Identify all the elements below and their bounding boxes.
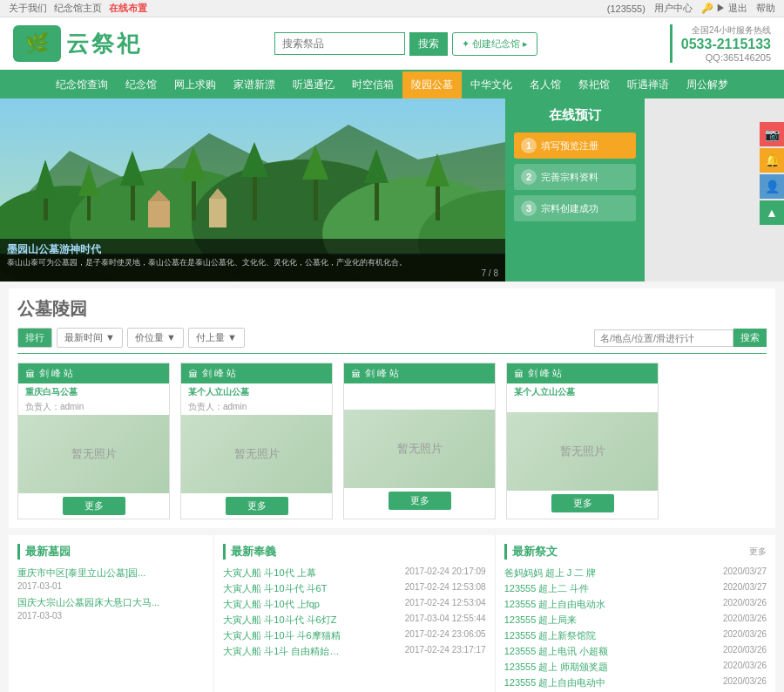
- user-center-link[interactable]: 用户中心: [654, 2, 693, 15]
- filter-bar: 排行 最新时间 ▼ 价位量 ▼ 付上量 ▼ 搜索: [17, 328, 767, 348]
- col-tribute-more[interactable]: 更多: [749, 546, 767, 558]
- offerings-item-1: 大寅人船 斗10斗代 斗6T 2017-02-24 12:53:08: [223, 582, 485, 595]
- logo-icon: 🌿: [13, 25, 61, 62]
- nav-item-3[interactable]: 家谱新漂: [225, 71, 284, 98]
- sidebar-btn-bell[interactable]: 🔔: [760, 148, 784, 173]
- offering-date-0: 2017-02-24 20:17:09: [405, 566, 486, 580]
- nav-item-5[interactable]: 时空信箱: [343, 71, 402, 98]
- tribute-link-7[interactable]: 123555 超上自由电动中: [504, 676, 626, 689]
- tribute-link-1[interactable]: 123555 超上二 斗件: [504, 582, 626, 595]
- tribute-date-1: 2020/03/27: [723, 582, 767, 595]
- step-num-1: 1: [521, 138, 537, 153]
- booking-step-1[interactable]: 1 填写预览注册: [514, 132, 636, 159]
- offering-link-1[interactable]: 大寅人船 斗10斗代 斗6T: [223, 582, 345, 595]
- filter-search-input[interactable]: [594, 329, 733, 347]
- nav-item-1[interactable]: 纪念馆: [117, 71, 166, 98]
- card-more-btn-2[interactable]: 更多: [389, 492, 451, 510]
- tribute-link-0[interactable]: 爸妈妈妈 超上 J 二 牌: [504, 566, 626, 580]
- card-logo-0: 🏛: [25, 369, 35, 379]
- tribute-item-0: 爸妈妈妈 超上 J 二 牌 2020/03/27: [504, 566, 767, 580]
- create-button[interactable]: ✦ 创建纪念馆 ▸: [452, 32, 537, 56]
- offering-link-4[interactable]: 大寅人船 斗10斗 斗6摩猫精: [223, 629, 345, 642]
- booking-step-2[interactable]: 2 完善宗料资料: [514, 164, 636, 190]
- about-link[interactable]: 关于我们: [9, 2, 47, 15]
- hero-image: 墨园山公墓游神时代 泰山山泰可为公墓园，是子泰时使灵地，泰山公墓在是泰山公墓化、…: [0, 98, 505, 282]
- card-subtitle-1: 某个人立山公墓: [181, 383, 332, 401]
- card-header-1: 🏛 剑 峰 站: [181, 363, 332, 383]
- card-name-1: 剑 峰 站: [202, 367, 236, 380]
- tribute-link-6[interactable]: 123555 超上 师期颁奖题: [504, 661, 626, 674]
- nav-item-11[interactable]: 周公解梦: [678, 71, 737, 98]
- filter-btn-1[interactable]: 最新时间 ▼: [57, 328, 123, 348]
- live-burial-link[interactable]: 在线布置: [109, 2, 147, 15]
- sidebar-btn-user[interactable]: 👤: [760, 174, 784, 199]
- nav: 纪念馆查询 纪念馆 网上求购 家谱新漂 听遇通忆 时空信箱 陵园公墓 中华文化 …: [0, 71, 784, 98]
- phone-number-1: 0533-2115133: [681, 37, 771, 52]
- tribute-link-2[interactable]: 123555 超上自由电动水: [504, 598, 626, 611]
- help-link[interactable]: 帮助: [756, 2, 775, 15]
- filter-btn-0[interactable]: 排行: [17, 328, 52, 348]
- tribute-item-7: 123555 超上自由电动中 2020/03/26: [504, 676, 767, 689]
- logo-text: 云祭祀: [66, 29, 142, 59]
- filter-divider: [17, 353, 767, 354]
- tribute-item-4: 123555 超上新祭馆院 2020/03/26: [504, 629, 767, 642]
- offering-link-0[interactable]: 大寅人船 斗10代 上幕: [223, 566, 345, 580]
- booking-title: 在线预订: [514, 107, 636, 124]
- card-more-btn-0[interactable]: 更多: [63, 497, 125, 515]
- nav-item-0[interactable]: 纪念馆查询: [47, 71, 117, 98]
- step-num-2: 2: [521, 169, 537, 185]
- cemetery-list-item-0: 重庆市中区[泰里立山公墓]园... 2017-03-01: [17, 566, 205, 592]
- offering-link-5[interactable]: 大寅人船 斗1斗 自由精始成圭率: [223, 645, 345, 658]
- sidebar-btn-camera[interactable]: 📷: [760, 122, 784, 146]
- svg-rect-15: [253, 173, 257, 220]
- card-header-0: 🏛 剑 峰 站: [18, 363, 169, 383]
- memorial-link[interactable]: 纪念馆主页: [54, 2, 102, 15]
- filter-search-button[interactable]: 搜索: [733, 329, 767, 347]
- login-link[interactable]: 🔑 ▶ 退出: [701, 2, 747, 15]
- offering-date-2: 2017-02-24 12:53:04: [405, 598, 486, 611]
- tribute-link-4[interactable]: 123555 超上新祭馆院: [504, 629, 626, 642]
- cemetery-link-0[interactable]: 重庆市中区[泰里立山公墓]园...: [17, 566, 205, 580]
- offering-link-2[interactable]: 大寅人船 斗10代 上fqp: [223, 598, 345, 611]
- nav-item-8[interactable]: 名人馆: [521, 71, 570, 98]
- hero-caption-title: 墨园山公墓游神时代: [7, 242, 498, 257]
- tribute-date-6: 2020/03/26: [723, 661, 767, 674]
- booking-step-3[interactable]: 3 宗料创建成功: [514, 195, 636, 221]
- offering-link-3[interactable]: 大寅人船 斗10斗代 斗6灯Z: [223, 614, 345, 627]
- nav-item-6[interactable]: 陵园公墓: [402, 71, 462, 98]
- offerings-item-0: 大寅人船 斗10代 上幕 2017-02-24 20:17:09: [223, 566, 485, 580]
- nav-item-2[interactable]: 网上求购: [166, 71, 225, 98]
- card-more-btn-3[interactable]: 更多: [551, 494, 614, 512]
- tribute-item-3: 123555 超上局来 2020/03/26: [504, 614, 767, 627]
- nav-item-10[interactable]: 听遇禅语: [618, 71, 678, 98]
- card-name-2: 剑 峰 站: [365, 367, 399, 380]
- card-subtitle-2: [344, 383, 495, 398]
- offering-date-3: 2017-03-04 12:55:44: [405, 614, 486, 627]
- sidebar-btn-top[interactable]: ▲: [760, 200, 784, 225]
- card-name-0: 剑 峰 站: [39, 367, 73, 380]
- filter-btn-3[interactable]: 付上量 ▼: [188, 328, 245, 348]
- col-tribute-header: 最新祭文 更多: [504, 544, 767, 560]
- col-offerings-title: 最新奉義: [223, 544, 485, 560]
- section-title: 公墓陵园: [17, 297, 767, 321]
- svg-rect-19: [375, 179, 379, 220]
- tribute-link-5[interactable]: 123555 超上电讯 小超额: [504, 645, 626, 658]
- cemetery-section: 公墓陵园 排行 最新时间 ▼ 价位量 ▼ 付上量 ▼ 搜索 🏛 剑 峰 站 重庆…: [9, 288, 775, 528]
- filter-btn-2[interactable]: 价位量 ▼: [127, 328, 184, 348]
- tribute-item-5: 123555 超上电讯 小超额 2020/03/26: [504, 645, 767, 658]
- nav-item-9[interactable]: 祭祀馆: [570, 71, 618, 98]
- card-subtitle-0: 重庆白马公墓: [18, 383, 169, 401]
- nav-item-7[interactable]: 中华文化: [462, 71, 521, 98]
- card-more-btn-1[interactable]: 更多: [226, 497, 288, 515]
- search-input[interactable]: [274, 32, 405, 55]
- card-header-3: 🏛 剑 峰 站: [507, 363, 658, 383]
- tribute-date-2: 2020/03/26: [723, 598, 767, 611]
- cemetery-card-2: 🏛 剑 峰 站 暂无照片 更多: [343, 363, 496, 519]
- nav-item-4[interactable]: 听遇通忆: [284, 71, 343, 98]
- search-button[interactable]: 搜索: [409, 32, 448, 56]
- card-admin-3: [507, 401, 658, 412]
- step-label-3: 宗料创建成功: [541, 202, 598, 215]
- tribute-link-3[interactable]: 123555 超上局来: [504, 614, 626, 627]
- user-id: (123555): [607, 3, 645, 14]
- cemetery-link-1[interactable]: 国庆大宗山公墓园床大悬口大马...: [17, 596, 205, 609]
